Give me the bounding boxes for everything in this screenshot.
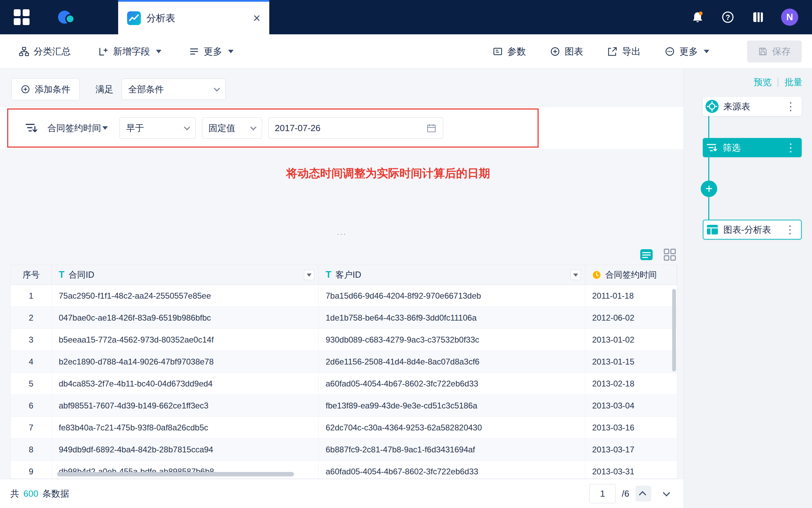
cell-contract-id[interactable]: 047bae0c-ae18-426f-83a9-6519b986bfbc — [52, 307, 319, 328]
total-count: 600 — [23, 488, 38, 499]
table-row[interactable]: 3 b5eeaa15-772a-4562-973d-80352ae0c14f 9… — [11, 329, 677, 351]
cell-contract-id[interactable]: 949db9df-6892-4ba4-842b-28b7815cca94 — [52, 439, 319, 460]
cell-contract-id[interactable]: abf98551-7607-4d39-b149-662ce1ff3ec3 — [52, 395, 319, 416]
chevron-down-icon — [102, 126, 108, 130]
preview-link[interactable]: 预览 — [754, 76, 771, 88]
cell-contract-id[interactable]: b5eeaa15-772a-4562-973d-80352ae0c14f — [52, 329, 319, 350]
cell-sign-date[interactable]: 2013-03-17 — [585, 439, 677, 460]
user-avatar[interactable]: N — [781, 9, 798, 26]
notification-bell-icon[interactable] — [690, 10, 705, 24]
chevron-up-icon — [639, 491, 646, 498]
cell-customer-id[interactable]: fbe13f89-ea99-43de-9e3e-cd51c3c5186a — [319, 395, 585, 416]
cell-contract-id[interactable]: b2ec1890-d788-4a14-9026-47bf97038e78 — [52, 351, 319, 372]
cell-customer-id[interactable]: a60fad05-4054-4b67-8602-3fc722eb6d33 — [319, 461, 585, 479]
table-row[interactable]: 2 047bae0c-ae18-426f-83a9-6519b986bfbc 1… — [11, 307, 677, 329]
page-number-input[interactable]: 1 — [589, 484, 616, 503]
add-field-button[interactable]: 新增字段 — [98, 45, 161, 58]
table-row[interactable]: 6 abf98551-7607-4d39-b149-662ce1ff3ec3 f… — [11, 395, 677, 417]
table-row[interactable]: 8 949db9df-6892-4ba4-842b-28b7815cca94 6… — [11, 439, 677, 461]
more-right-button[interactable]: 更多 — [665, 45, 709, 58]
cell-index: 6 — [11, 395, 52, 416]
cell-sign-date[interactable]: 2012-06-02 — [585, 307, 677, 328]
vertical-scrollbar[interactable] — [672, 289, 676, 371]
batch-link[interactable]: 批量 — [785, 76, 802, 88]
grid-view-toggle-icon[interactable] — [663, 248, 677, 262]
match-mode-select[interactable]: 全部条件 — [122, 79, 226, 100]
annotation-text: 将动态时间调整为实际时间计算后的日期 — [286, 166, 490, 181]
export-icon — [607, 46, 618, 57]
cell-contract-id[interactable]: 75ac2950-f1f1-48c2-aa24-2550557e85ee — [52, 285, 319, 307]
header-index: 序号 — [11, 265, 52, 285]
apps-grid-icon[interactable] — [14, 9, 30, 25]
add-step-button[interactable]: + — [701, 181, 717, 197]
chevron-down-icon — [704, 50, 709, 53]
cell-customer-id[interactable]: 2d6e1156-2508-41d4-8d4e-8ac07d8a3cf6 — [319, 351, 585, 372]
collapse-up-button[interactable] — [635, 486, 651, 501]
collapse-indicator[interactable]: ... — [0, 227, 684, 237]
cell-sign-date[interactable]: 2013-01-15 — [585, 351, 677, 372]
date-value-input[interactable]: 2017-07-26 — [268, 117, 443, 139]
group-summary-button[interactable]: 分类汇总 — [19, 45, 71, 58]
date-field-type-icon — [592, 270, 601, 279]
header-sign-date[interactable]: 合同签约时间 — [585, 265, 677, 285]
add-field-label: 新增字段 — [113, 45, 150, 58]
header-contract-id[interactable]: T 合同ID — [52, 265, 319, 285]
value-type-select[interactable]: 固定值 — [202, 117, 262, 139]
table-row[interactable]: 7 fe83b40a-7c21-475b-93f8-0af8a26cdb5c 6… — [11, 417, 677, 439]
column-filter-dropdown-icon[interactable] — [571, 270, 581, 280]
cell-customer-id[interactable]: 1de1b758-be64-4c33-86f9-3dd0fc11106a — [319, 307, 585, 328]
tab-analysis-table[interactable]: 分析表 × — [118, 0, 269, 34]
table-row[interactable]: 4 b2ec1890-d788-4a14-9026-47bf97038e78 2… — [11, 351, 677, 373]
cell-sign-date[interactable]: 2013-02-18 — [585, 373, 677, 394]
flow-node-source[interactable]: 来源表 ⋮ — [703, 97, 802, 116]
cell-contract-id[interactable]: fe83b40a-7c21-475b-93f8-0af8a26cdb5c — [52, 417, 319, 438]
cell-customer-id[interactable]: 930db089-c683-4279-9ac3-c37532b0f33c — [319, 329, 585, 350]
table-row[interactable]: 1 75ac2950-f1f1-48c2-aa24-2550557e85ee 7… — [11, 285, 677, 307]
cell-customer-id[interactable]: 7ba15d66-9d46-4204-8f92-970e66713deb — [319, 285, 585, 307]
expand-down-button[interactable] — [657, 486, 673, 501]
export-button[interactable]: 导出 — [607, 45, 641, 58]
header-customer-id[interactable]: T 客户ID — [319, 265, 585, 285]
circle-more-icon — [665, 46, 675, 57]
chevron-down-icon — [156, 50, 161, 53]
filter-node-menu-icon[interactable]: ⋮ — [784, 142, 798, 153]
cell-sign-date[interactable]: 2013-03-04 — [585, 395, 677, 416]
more-left-button[interactable]: 更多 — [189, 45, 234, 58]
filter-sort-icon[interactable] — [25, 122, 38, 135]
cell-customer-id[interactable]: 62dc704c-c30a-4364-9253-62a582820430 — [319, 417, 585, 438]
add-field-icon — [98, 46, 109, 57]
table-row[interactable]: 5 db4ca853-2f7e-4b11-bc40-04d673dd9ed4 a… — [11, 373, 677, 395]
chart-button[interactable]: 图表 — [550, 45, 583, 58]
flow-node-chart[interactable]: 图表-分析表 ⋮ — [703, 220, 802, 240]
calendar-icon[interactable] — [426, 123, 437, 133]
modules-icon[interactable] — [751, 10, 765, 24]
brand-logo-icon[interactable] — [56, 8, 76, 27]
cell-customer-id[interactable]: 6b887fc9-2c81-47b8-9ac1-f6d3431694af — [319, 439, 585, 460]
params-button[interactable]: 参数 — [493, 45, 526, 58]
cell-sign-date[interactable]: 2013-03-16 — [585, 417, 677, 438]
tab-close-icon[interactable]: × — [253, 12, 260, 24]
column-filter-dropdown-icon[interactable] — [304, 270, 314, 280]
chart-node-menu-icon[interactable]: ⋮ — [783, 224, 797, 235]
cell-index: 5 — [11, 373, 52, 394]
operator-select[interactable]: 早于 — [120, 117, 196, 139]
cell-sign-date[interactable]: 2013-03-31 — [585, 461, 677, 479]
help-icon[interactable]: ? — [721, 10, 735, 24]
flow-node-filter[interactable]: 筛选 ⋮ — [703, 138, 802, 157]
cell-contract-id[interactable]: db4ca853-2f7e-4b11-bc40-04d673dd9ed4 — [52, 373, 319, 394]
condition-field-select[interactable]: 合同签约时间 — [47, 122, 108, 134]
cell-sign-date[interactable]: 2013-01-02 — [585, 329, 677, 350]
cell-sign-date[interactable]: 2011-01-18 — [585, 285, 677, 307]
chevron-down-icon — [663, 489, 670, 496]
preview-batch-links: 预览 批量 — [754, 76, 802, 88]
list-view-toggle-icon[interactable] — [640, 248, 653, 262]
source-node-menu-icon[interactable]: ⋮ — [784, 101, 798, 112]
save-icon — [758, 47, 768, 56]
text-field-type-icon: T — [59, 269, 65, 280]
save-button[interactable]: 保存 — [747, 41, 802, 62]
source-node-icon — [706, 100, 719, 113]
cell-customer-id[interactable]: a60fad05-4054-4b67-8602-3fc722eb6d33 — [319, 373, 585, 394]
chevron-down-icon — [184, 124, 190, 130]
horizontal-scrollbar[interactable] — [57, 472, 294, 476]
add-condition-button[interactable]: 添加条件 — [11, 78, 80, 100]
